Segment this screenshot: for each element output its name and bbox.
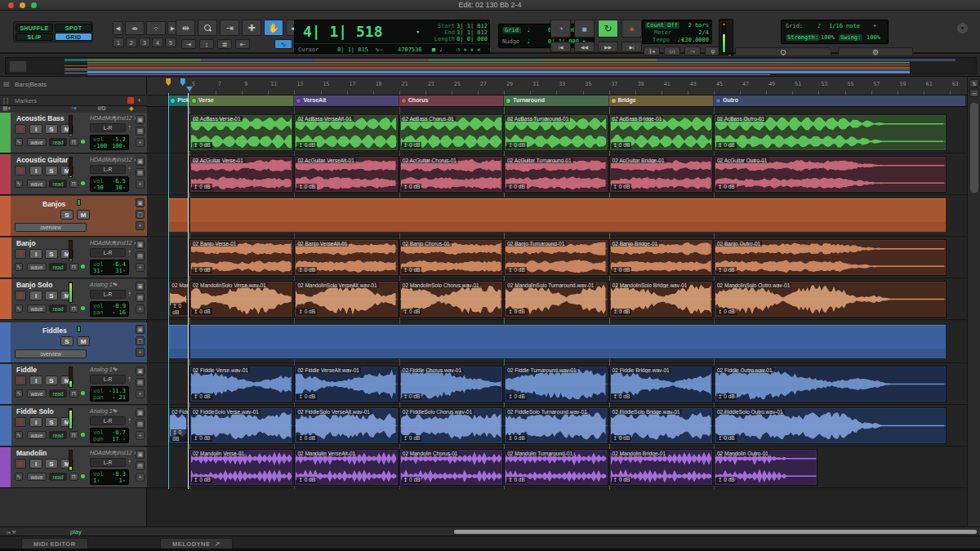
input-monitor-button[interactable]: I [29, 249, 42, 259]
record-enable-button[interactable] [15, 417, 26, 427]
audio-clip[interactable]: 02 FiddleSolo Outro.wav-01↥ 0 dB [714, 407, 947, 444]
playlist-button[interactable]: ▣ [136, 282, 145, 291]
playlist-button[interactable]: ▣ [136, 157, 145, 166]
audio-clip[interactable]: 02 FiddleSolo VerseAlt.wav-01↥ 0 dB [294, 407, 398, 444]
audio-clip[interactable]: 02 Mandolin Verse-01↥ 0 dB [189, 449, 293, 486]
automation-mode-button[interactable]: read [49, 180, 67, 188]
playlist-button[interactable]: ▣ [136, 450, 145, 459]
tempo-value[interactable]: 130.0000 [681, 37, 709, 43]
audio-clip[interactable]: 02 Fiddle VerseAlt.wav-01↥ 0 dB [294, 366, 398, 402]
pan-output-button[interactable]: L-R [90, 458, 126, 467]
automation-mode-button[interactable]: read [49, 138, 67, 146]
clip-gain-badge[interactable]: ↥ 0 dB [296, 477, 317, 483]
track-name[interactable]: Banjo Solo [16, 281, 52, 289]
pan-right-value[interactable]: 1› [119, 478, 126, 484]
input-monitor-icon[interactable]: ⊓ [69, 180, 78, 188]
output-meter-icon[interactable]: ⇡ [127, 291, 132, 298]
pan-value[interactable]: 17 › [112, 436, 126, 442]
audio-clip[interactable]: 02 Mandolin VerseAlt-01↥ 0 dB [294, 449, 398, 486]
fast-forward-button[interactable]: ▶▶ [598, 42, 618, 52]
output-path-selector[interactable]: HDAdMorphst12 ▾ [90, 240, 136, 247]
marker-column-icon[interactable]: ◆ [129, 105, 133, 112]
input-monitor-icon[interactable]: ⊓ [69, 473, 78, 481]
clip-gain-badge[interactable]: ↥ 0 dB [716, 267, 737, 273]
elastic-audio-button[interactable]: ∿ [15, 473, 23, 481]
audio-clip[interactable]: 02 AcGuitar Bridge-01↥ 0 dB [609, 156, 713, 193]
pan-value[interactable]: ‹ 21 [112, 394, 126, 401]
audio-clip[interactable]: 02 Banjo Outro-01↥ 0 dB [714, 239, 947, 276]
pre-roll-flag[interactable] [166, 78, 171, 86]
playlist-button[interactable]: ▣ [136, 408, 145, 417]
add-lane-button[interactable]: + [136, 221, 145, 230]
audio-clip[interactable]: 02 Mandolin Bridge-01↥ 0 dB [609, 449, 713, 486]
record-enable-button[interactable] [15, 166, 26, 176]
vscroll-thumb[interactable] [970, 103, 978, 193]
record-enable-button[interactable] [15, 249, 26, 259]
start-value[interactable]: 3| 1| 812 [457, 23, 488, 29]
clip-gain-badge[interactable]: ↥ 0 dB [716, 142, 737, 149]
output-path-selector[interactable]: Analog 1 ▾ [90, 367, 117, 373]
track-header-fiddle[interactable]: Fiddle▾ISM∿waveread⊓Analog 1 ▾L-R⇡vol-11… [0, 364, 147, 405]
clip-gain-badge[interactable]: ↥ 0 dB [402, 309, 422, 315]
smart-tool[interactable]: ✋ [264, 20, 283, 36]
folder-clip-block[interactable] [189, 324, 947, 359]
tempo-label[interactable]: Tempo [653, 37, 670, 43]
pan-output-button[interactable]: L-R [90, 375, 126, 384]
clip-gain-badge[interactable]: ↥ 0 dB [612, 393, 632, 400]
clip-gain-badge[interactable]: ↥ 0 dB [402, 477, 422, 483]
strength-value[interactable]: 100% [821, 34, 835, 41]
vol-value[interactable]: -8.7 [112, 429, 126, 436]
go-to-end-button[interactable]: ▶| [621, 42, 642, 52]
track-name[interactable]: Acoustic Bass [16, 114, 65, 122]
elastic-audio-button[interactable]: ∿ [15, 263, 23, 271]
counter-mini-icons[interactable]: ▦ ♩ [432, 47, 443, 53]
record-enable-button[interactable] [15, 459, 26, 469]
tab-transient-button[interactable]: ⇥ [181, 39, 196, 49]
link-selection-button[interactable]: ⇤ [235, 39, 250, 49]
clip-gain-badge[interactable]: ↥ 0 dB [716, 393, 737, 400]
volume-pan-display[interactable]: vol-11.3pan‹ 21 [90, 386, 129, 402]
clip-gain-badge[interactable]: ↥ 0 dB [716, 435, 737, 442]
mute-button[interactable]: M [77, 336, 90, 346]
scroll-up-button[interactable]: ⇅ [969, 79, 979, 87]
input-monitor-icon[interactable]: ⊓ [69, 389, 78, 398]
input-monitor-button[interactable]: I [29, 417, 42, 427]
input-monitor-button[interactable]: I [29, 124, 42, 134]
track-name[interactable]: Acoustic Guitar [16, 156, 68, 164]
zoom-preset-3[interactable]: 3 [139, 38, 150, 47]
track-name[interactable]: Banjo [16, 239, 36, 247]
tab-melodyne[interactable]: MELODYNE↗ [160, 538, 233, 549]
record-enable-button[interactable] [15, 375, 26, 385]
audio-clip[interactable]: 02 Fiddle Turnaround.wav-01↥ 0 dB [504, 366, 608, 402]
bars-beats-icon[interactable]: ▤ [3, 80, 10, 87]
overview-button[interactable]: overview [15, 223, 87, 232]
clip-gain-badge[interactable]: ↥ 0 dB [402, 267, 422, 273]
volume-pan-display[interactable]: vol-8.31‹1› [90, 469, 129, 485]
quantize-grid-arrow[interactable]: ▾ [873, 23, 876, 29]
clip-gain-badge[interactable]: ↥ 0 dB [192, 393, 212, 400]
solo-button[interactable]: S [60, 336, 74, 346]
audio-clip[interactable]: 02 Mando↥ 0 dB [168, 281, 189, 318]
playlist-button[interactable]: ▣ [136, 198, 145, 207]
output-meter-icon[interactable]: ⇡ [127, 167, 132, 173]
playlist-button[interactable]: ▣ [136, 115, 145, 124]
audio-clip[interactable]: 02 AcBass VerseAlt-01↥ 0 dB [294, 114, 398, 151]
automation-mode-button[interactable]: read [49, 304, 67, 313]
audio-clip[interactable]: 02 Mandolin Turnaround-01↥ 0 dB [504, 449, 608, 486]
track-options-icon[interactable]: ▦▾ [2, 105, 11, 112]
marker-span-versealt[interactable]: VerseAlt [294, 96, 399, 106]
playhead-triangle[interactable] [186, 87, 193, 91]
audio-clip[interactable]: 02 Fiddle Chorus.wav-01↥ 0 dB [399, 366, 503, 402]
output-path-selector[interactable]: Analog 1 ▾ [90, 408, 117, 415]
input-monitor-button[interactable]: I [29, 459, 42, 469]
audio-clip[interactable]: 02 Banjo Turnaround-01↥ 0 dB [504, 239, 608, 276]
elastic-audio-button[interactable]: ∿ [15, 431, 23, 439]
zoomer-tool[interactable] [198, 20, 217, 36]
online-button[interactable]: ◔ [550, 20, 571, 38]
input-monitor-button[interactable]: I [29, 375, 42, 385]
playlist-button[interactable]: ▣ [136, 367, 145, 375]
trimmer-tool[interactable]: ⇹ [176, 20, 195, 36]
clip-gain-badge[interactable]: ↥ 0 dB [192, 435, 212, 442]
grid-note-icon[interactable]: ♩ [527, 27, 530, 33]
post-roll-flag[interactable] [180, 78, 185, 86]
